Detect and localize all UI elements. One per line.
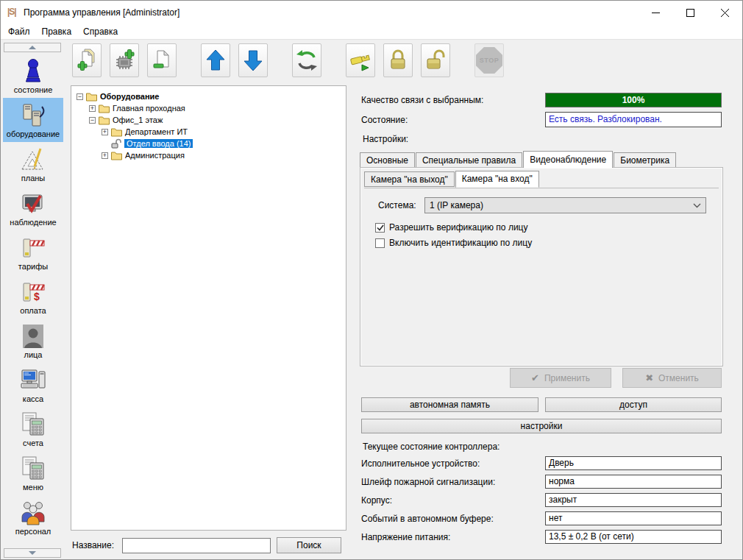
invoice-calculator-icon (20, 411, 46, 439)
sidebar-item-surveillance[interactable]: наблюдение (3, 186, 63, 230)
tab-general[interactable]: Основные (360, 152, 415, 168)
tree-node-equipment-root[interactable]: Оборудование (74, 91, 343, 102)
maximize-icon (686, 9, 694, 17)
sidebar-items: состояние оборудование планы наблюдение (1, 54, 65, 539)
expander-minus-icon[interactable] (89, 117, 96, 124)
sidebar-scroll-up-button[interactable] (4, 43, 61, 52)
minimize-button[interactable] (639, 1, 673, 24)
tree-node-input-department[interactable]: Отдел ввода (14) (74, 138, 343, 149)
unlock-button[interactable] (421, 43, 450, 77)
triangle-up-icon (29, 46, 36, 49)
add-device-button[interactable] (110, 43, 139, 77)
settings-button[interactable]: настройки (361, 419, 722, 433)
barrier-icon (20, 234, 46, 262)
sidebar-item-personnel[interactable]: персонал (3, 495, 63, 539)
sidebar-item-faces[interactable]: лица (3, 319, 63, 363)
search-button[interactable]: Поиск (277, 537, 341, 553)
search-input[interactable] (122, 538, 271, 553)
camera-subtabs: Камера "на выход" Камера "на вход" (364, 171, 540, 187)
refresh-button[interactable] (292, 43, 321, 77)
tree-node-label-selected: Отдел ввода (14) (124, 139, 193, 148)
toolbar: STOP (72, 43, 528, 77)
status-field-device: Дверь (545, 456, 722, 470)
stop-icon: STOP (476, 47, 502, 74)
pass-button[interactable] (346, 43, 375, 77)
controller-panel: Качество связи с выбранным: 100% Состоян… (360, 89, 723, 553)
link-quality-progressbar: 100% (545, 93, 722, 107)
sidebar-item-menu[interactable]: меню (3, 451, 63, 495)
menu-edit[interactable]: Правка (36, 25, 78, 38)
menu-bar: Файл Правка Справка (1, 24, 742, 40)
cancel-button-label: Отменить (658, 373, 699, 383)
system-select[interactable]: 1 (IP камера) (424, 197, 706, 213)
tree-node-administration[interactable]: Администрация (74, 149, 343, 161)
link-quality-label: Качество связи с выбранным: (361, 95, 483, 105)
sidebar-item-label: лица (24, 350, 43, 359)
tab-biometrics[interactable]: Биометрика (614, 152, 676, 168)
folder-icon (99, 116, 110, 125)
tree-node-it-department[interactable]: Департамент ИТ (74, 126, 343, 138)
sidebar-item-cashdesk[interactable]: касса (3, 363, 63, 407)
stop-button[interactable]: STOP (474, 43, 504, 77)
checkbox-checked[interactable] (375, 223, 385, 233)
close-button[interactable] (708, 1, 742, 24)
tree-node-label: Офис_1 этаж (113, 116, 163, 124)
folder-icon (111, 151, 122, 160)
connection-state-field: Есть связь. Разблокирован. (545, 112, 722, 127)
subtab-divider (364, 188, 719, 188)
tree-node-label: Администрация (125, 151, 185, 160)
sidebar-item-payment[interactable]: $ оплата (3, 274, 63, 319)
move-up-button[interactable] (201, 43, 230, 77)
settings-tabs: Основные Специальные правила Видеонаблюд… (360, 151, 677, 168)
subtab-camera-exit[interactable]: Камера "на выход" (364, 171, 455, 187)
equipment-icon (20, 102, 46, 130)
sidebar-item-label: меню (23, 483, 43, 492)
sidebar-item-label: планы (21, 174, 45, 182)
add-chip-icon (113, 48, 135, 73)
system-select-value: 1 (IP камера) (430, 200, 693, 210)
search-row: Название: Поиск (72, 537, 341, 553)
face-silhouette-icon (21, 322, 45, 350)
sidebar-item-state[interactable]: состояние (3, 54, 63, 98)
tree-node-label: Департамент ИТ (125, 127, 188, 136)
tree-node-office-floor1[interactable]: Офис_1 этаж (74, 114, 343, 126)
expander-plus-icon[interactable] (102, 129, 108, 135)
maximize-button[interactable] (673, 1, 708, 24)
sidebar-item-equipment[interactable]: оборудование (3, 98, 63, 142)
sidebar-item-invoices[interactable]: счета (3, 407, 63, 451)
surveillance-monitor-icon (20, 190, 46, 218)
move-down-button[interactable] (238, 43, 268, 77)
remove-button[interactable] (147, 43, 177, 77)
device-tree-panel: Оборудование Главная проходная Офис_1 эт… (71, 85, 346, 531)
menu-help[interactable]: Справка (77, 25, 124, 38)
payment-barrier-icon: $ (20, 278, 46, 306)
chevron-down-icon (693, 200, 701, 210)
key-icon (349, 48, 372, 73)
lock-button[interactable] (383, 43, 413, 77)
tab-special-rules[interactable]: Специальные правила (416, 152, 522, 168)
folder-icon (86, 92, 97, 102)
tree-node-main-entrance[interactable]: Главная проходная (74, 102, 343, 114)
subtab-camera-entry[interactable]: Камера "на вход" (455, 171, 539, 188)
sidebar-scroll-down-button[interactable] (4, 548, 61, 558)
menu-file[interactable]: Файл (2, 25, 36, 38)
autonomous-memory-button[interactable]: автономная память (361, 397, 538, 412)
cancel-cross-icon: ✖ (645, 372, 653, 383)
status-field-voltage: 13,5 ± 0,2 В (от сети) (545, 530, 722, 544)
tab-video-surveillance[interactable]: Видеонаблюдение (523, 151, 613, 168)
stop-icon-label: STOP (480, 57, 499, 64)
checkbox-unchecked[interactable] (375, 238, 385, 248)
cancel-button[interactable]: ✖ Отменить (622, 368, 722, 388)
sidebar-item-plans[interactable]: планы (3, 142, 63, 186)
settings-label: Настройки: (363, 134, 408, 144)
sidebar-item-tariffs[interactable]: тарифы (3, 230, 63, 274)
add-group-button[interactable] (72, 43, 102, 77)
verification-checkbox-row: Разрешить верификацию по лицу (375, 222, 527, 233)
expander-minus-icon[interactable] (77, 93, 83, 100)
access-button[interactable]: доступ (545, 397, 722, 412)
expander-plus-icon[interactable] (89, 105, 96, 112)
app-icon: |S| (7, 7, 16, 17)
expander-plus-icon[interactable] (102, 152, 108, 159)
apply-button[interactable]: ✔ Применить (510, 368, 611, 388)
status-field-case: закрыт (545, 493, 722, 507)
